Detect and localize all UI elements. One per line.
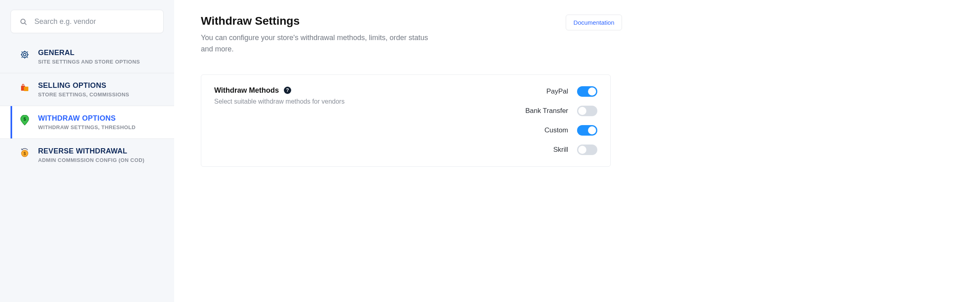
sidebar-item-label: GENERAL — [38, 49, 140, 57]
method-label: Skrill — [553, 146, 568, 154]
sidebar-item-withdraw[interactable]: $ WITHDRAW OPTIONS WITHDRAW SETTINGS, TH… — [0, 106, 174, 139]
sidebar-item-sub: STORE SETTINGS, COMMISSIONS — [38, 91, 129, 98]
svg-text:$: $ — [23, 117, 26, 121]
sidebar-item-reverse-withdrawal[interactable]: $ REVERSE WITHDRAWAL ADMIN COMMISSION CO… — [0, 139, 174, 171]
toggle-paypal[interactable] — [577, 86, 597, 97]
panel-subtitle: Select suitable withdraw methods for ven… — [214, 98, 345, 105]
method-row-custom: Custom — [544, 125, 597, 136]
svg-line-1 — [25, 23, 26, 25]
sidebar-item-sub: ADMIN COMMISSION CONFIG (ON COD) — [38, 157, 145, 163]
gear-icon — [19, 49, 30, 60]
sidebar-item-label: WITHDRAW OPTIONS — [38, 114, 136, 123]
sidebar-item-sub: WITHDRAW SETTINGS, THRESHOLD — [38, 124, 136, 130]
svg-rect-5 — [24, 87, 28, 91]
page-title: Withdraw Settings — [201, 15, 436, 28]
sidebar-item-general[interactable]: GENERAL SITE SETTINGS AND STORE OPTIONS — [0, 40, 174, 73]
method-row-paypal: PayPal — [546, 86, 597, 97]
panel-title: Withdraw Methods — [214, 86, 279, 95]
sidebar: GENERAL SITE SETTINGS AND STORE OPTIONS … — [0, 0, 174, 302]
page-description: You can configure your store's withdrawa… — [201, 32, 436, 55]
toggle-bank-transfer[interactable] — [577, 106, 597, 116]
main-content: Withdraw Settings You can configure your… — [174, 0, 980, 302]
method-row-bank-transfer: Bank Transfer — [525, 106, 597, 116]
svg-text:$: $ — [23, 151, 26, 156]
documentation-button[interactable]: Documentation — [566, 15, 622, 30]
method-row-skrill: Skrill — [553, 145, 597, 155]
toggle-custom[interactable] — [577, 125, 597, 136]
coin-refresh-icon: $ — [19, 148, 30, 158]
method-label: Bank Transfer — [525, 107, 568, 115]
help-icon[interactable]: ? — [284, 87, 291, 94]
search-input[interactable] — [34, 17, 156, 26]
toggle-skrill[interactable] — [577, 145, 597, 155]
sidebar-item-label: SELLING OPTIONS — [38, 81, 129, 90]
search-icon — [18, 17, 29, 27]
withdraw-methods-panel: Withdraw Methods ? Select suitable withd… — [201, 74, 611, 167]
shopping-bags-icon — [19, 82, 30, 93]
svg-point-2 — [23, 53, 26, 56]
sidebar-item-sub: SITE SETTINGS AND STORE OPTIONS — [38, 59, 140, 65]
method-label: PayPal — [546, 87, 568, 96]
sidebar-item-label: REVERSE WITHDRAWAL — [38, 147, 145, 155]
dollar-pin-icon: $ — [19, 115, 30, 125]
method-label: Custom — [544, 126, 568, 134]
sidebar-item-selling[interactable]: SELLING OPTIONS STORE SETTINGS, COMMISSI… — [0, 73, 174, 106]
search-box[interactable] — [11, 10, 164, 33]
